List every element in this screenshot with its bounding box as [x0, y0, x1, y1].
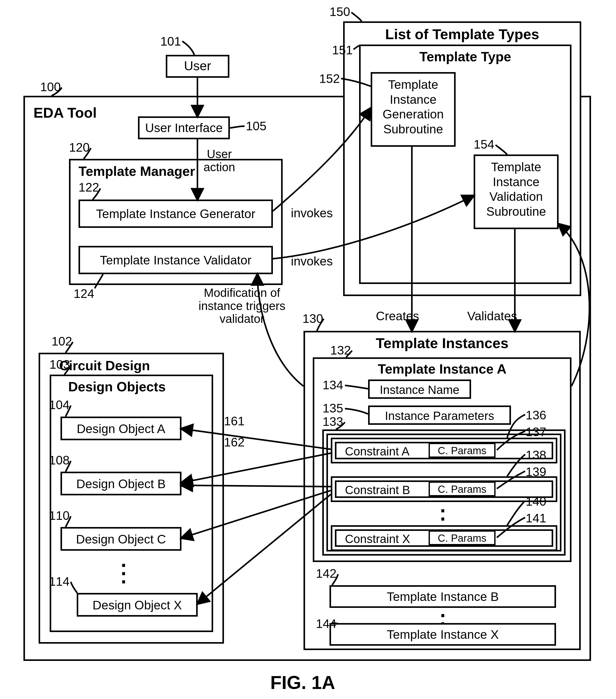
template-manager-title: Template Manager [79, 163, 195, 179]
figure-title: FIG. 1A [270, 672, 335, 693]
design-object-c-label: Design Object C [61, 532, 182, 546]
ref-141b: 141 [526, 511, 546, 525]
ref-105: 105 [246, 119, 266, 133]
ref-120: 120 [69, 140, 90, 155]
mod-trigger-label: Modification of instance triggers valida… [190, 286, 293, 326]
ref-102: 102 [52, 334, 72, 348]
user-label: User [166, 58, 229, 74]
ref-135: 135 [323, 401, 343, 415]
ellipsis-design-objects: ··· [116, 561, 131, 586]
constraint-a-label: Constraint A [345, 444, 410, 458]
ref-110: 110 [49, 509, 69, 523]
gen-subroutine-label: Template Instance Generation Subroutine [371, 77, 456, 136]
constraint-x-label: Constraint X [345, 532, 410, 546]
ref-162: 162 [224, 435, 244, 449]
constraint-a-params-label: C. Params [429, 445, 496, 457]
circuit-design-title: Circuit Design [59, 358, 150, 373]
ref-100: 100 [40, 80, 61, 94]
ref-136: 136 [526, 408, 546, 422]
ref-150: 150 [330, 5, 350, 19]
ref-104: 104 [49, 398, 69, 412]
ref-122: 122 [79, 180, 99, 194]
ref-152: 152 [319, 71, 340, 86]
list-template-types-title: List of Template Types [343, 26, 581, 42]
design-object-a-label: Design Object A [61, 422, 182, 436]
creates-label: Creates [376, 309, 419, 323]
template-instance-generator-label: Template Instance Generator [79, 207, 273, 221]
ref-101: 101 [160, 34, 181, 49]
user-action-label: User action [199, 147, 240, 173]
instance-params-label: Instance Parameters [368, 409, 511, 423]
ref-161: 161 [224, 414, 244, 428]
ref-154: 154 [474, 137, 494, 151]
ref-138: 138 [526, 448, 546, 462]
design-object-x-label: Design Object X [77, 598, 198, 612]
ref-137: 137 [526, 425, 546, 439]
ref-133: 133 [323, 414, 343, 429]
design-object-b-label: Design Object B [61, 477, 182, 491]
instance-name-label: Instance Name [368, 383, 471, 397]
diagram-canvas: User EDA Tool User Interface Template Ma… [0, 0, 616, 699]
user-interface-label: User Interface [138, 121, 230, 135]
eda-tool-title: EDA Tool [34, 104, 97, 121]
ref-124: 124 [73, 287, 94, 301]
invokes2-label: invokes [291, 254, 333, 268]
ref-108: 108 [49, 453, 69, 467]
ref-103: 103 [50, 357, 70, 371]
template-instance-b-label: Template Instance B [330, 590, 556, 604]
constraint-x-params-label: C. Params [429, 532, 496, 544]
template-instance-validator-label: Template Instance Validator [79, 253, 273, 267]
ref-151: 151 [332, 43, 353, 57]
design-objects-title: Design Objects [68, 379, 166, 394]
ref-132: 132 [330, 343, 351, 357]
val-subroutine-label: Template Instance Validation Subroutine [474, 160, 559, 219]
template-instance-x-label: Template Instance X [330, 628, 556, 642]
validates-label: Validates [467, 309, 517, 323]
ref-144: 144 [316, 617, 336, 631]
invokes1-label: invokes [291, 206, 333, 220]
constraint-b-label: Constraint B [345, 483, 410, 497]
ref-134: 134 [323, 378, 343, 392]
constraint-b-params-label: C. Params [429, 484, 496, 495]
ref-142: 142 [316, 566, 336, 581]
ref-130: 130 [303, 312, 323, 326]
template-type-title: Template Type [359, 49, 572, 64]
template-instance-a-title: Template Instance A [313, 361, 572, 377]
ref-140: 140 [526, 494, 546, 509]
ref-139: 139 [526, 465, 546, 479]
ref-114: 114 [49, 575, 69, 589]
